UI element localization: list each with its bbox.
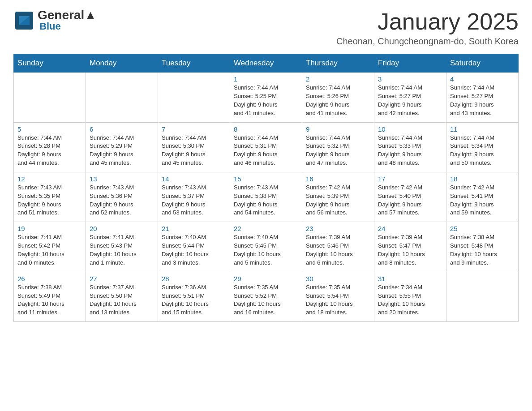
day-info: Sunrise: 7:40 AM Sunset: 5:45 PM Dayligh… <box>234 233 298 267</box>
day-number: 3 <box>378 75 442 83</box>
day-number: 23 <box>306 225 370 232</box>
day-number: 29 <box>234 275 298 283</box>
day-info: Sunrise: 7:35 AM Sunset: 5:54 PM Dayligh… <box>306 283 370 317</box>
day-info: Sunrise: 7:38 AM Sunset: 5:48 PM Dayligh… <box>450 233 515 267</box>
calendar-cell: 26Sunrise: 7:38 AM Sunset: 5:49 PM Dayli… <box>14 272 86 321</box>
day-info: Sunrise: 7:44 AM Sunset: 5:25 PM Dayligh… <box>234 84 298 117</box>
calendar-cell: 3Sunrise: 7:44 AM Sunset: 5:27 PM Daylig… <box>374 73 446 122</box>
day-number: 22 <box>234 225 298 232</box>
month-title: January 2025 <box>336 9 519 34</box>
logo: General▲ Blue <box>13 9 97 32</box>
day-info: Sunrise: 7:40 AM Sunset: 5:44 PM Dayligh… <box>162 233 226 267</box>
calendar-cell: 9Sunrise: 7:44 AM Sunset: 5:32 PM Daylig… <box>302 122 374 172</box>
day-info: Sunrise: 7:44 AM Sunset: 5:27 PM Dayligh… <box>378 84 442 117</box>
day-info: Sunrise: 7:43 AM Sunset: 5:36 PM Dayligh… <box>90 184 154 217</box>
calendar-cell: 11Sunrise: 7:44 AM Sunset: 5:34 PM Dayli… <box>446 122 519 172</box>
calendar-week-1: 1Sunrise: 7:44 AM Sunset: 5:25 PM Daylig… <box>14 73 519 122</box>
day-number: 5 <box>17 125 82 133</box>
calendar-cell: 18Sunrise: 7:42 AM Sunset: 5:41 PM Dayli… <box>446 172 519 222</box>
page-header: General▲ Blue January 2025 Cheonan, Chun… <box>13 9 519 47</box>
day-number: 13 <box>90 175 154 183</box>
day-info: Sunrise: 7:43 AM Sunset: 5:37 PM Dayligh… <box>162 184 226 217</box>
calendar-cell: 4Sunrise: 7:44 AM Sunset: 5:27 PM Daylig… <box>446 73 519 122</box>
day-number: 8 <box>234 125 298 133</box>
calendar-cell: 5Sunrise: 7:44 AM Sunset: 5:28 PM Daylig… <box>14 122 86 172</box>
location-subtitle: Cheonan, Chungcheongnam-do, South Korea <box>336 36 519 47</box>
calendar-cell <box>86 73 158 122</box>
day-info: Sunrise: 7:42 AM Sunset: 5:39 PM Dayligh… <box>306 184 370 217</box>
day-number: 21 <box>162 225 226 232</box>
day-number: 14 <box>162 175 226 183</box>
day-info: Sunrise: 7:44 AM Sunset: 5:31 PM Dayligh… <box>234 134 298 167</box>
day-info: Sunrise: 7:42 AM Sunset: 5:40 PM Dayligh… <box>378 184 442 217</box>
calendar-week-5: 26Sunrise: 7:38 AM Sunset: 5:49 PM Dayli… <box>14 272 519 321</box>
calendar-cell: 28Sunrise: 7:36 AM Sunset: 5:51 PM Dayli… <box>158 272 230 321</box>
calendar-cell: 27Sunrise: 7:37 AM Sunset: 5:50 PM Dayli… <box>86 272 158 321</box>
calendar-cell: 15Sunrise: 7:43 AM Sunset: 5:38 PM Dayli… <box>230 172 302 222</box>
day-info: Sunrise: 7:35 AM Sunset: 5:52 PM Dayligh… <box>234 283 298 317</box>
calendar-table: SundayMondayTuesdayWednesdayThursdayFrid… <box>13 54 519 322</box>
day-info: Sunrise: 7:42 AM Sunset: 5:41 PM Dayligh… <box>450 184 515 217</box>
day-info: Sunrise: 7:41 AM Sunset: 5:42 PM Dayligh… <box>17 233 82 267</box>
day-number: 7 <box>162 125 226 133</box>
day-info: Sunrise: 7:38 AM Sunset: 5:49 PM Dayligh… <box>17 283 82 317</box>
calendar-cell <box>446 272 519 321</box>
calendar-cell: 16Sunrise: 7:42 AM Sunset: 5:39 PM Dayli… <box>302 172 374 222</box>
day-number: 17 <box>378 175 442 183</box>
day-info: Sunrise: 7:44 AM Sunset: 5:27 PM Dayligh… <box>450 84 515 117</box>
day-number: 10 <box>378 125 442 133</box>
day-info: Sunrise: 7:36 AM Sunset: 5:51 PM Dayligh… <box>162 283 226 317</box>
calendar-cell: 20Sunrise: 7:41 AM Sunset: 5:43 PM Dayli… <box>86 222 158 272</box>
header-thursday: Thursday <box>302 54 374 73</box>
day-info: Sunrise: 7:43 AM Sunset: 5:38 PM Dayligh… <box>234 184 298 217</box>
day-number: 19 <box>17 225 82 232</box>
calendar-cell: 6Sunrise: 7:44 AM Sunset: 5:29 PM Daylig… <box>86 122 158 172</box>
day-info: Sunrise: 7:39 AM Sunset: 5:46 PM Dayligh… <box>306 233 370 267</box>
calendar-cell: 24Sunrise: 7:39 AM Sunset: 5:47 PM Dayli… <box>374 222 446 272</box>
calendar-cell: 17Sunrise: 7:42 AM Sunset: 5:40 PM Dayli… <box>374 172 446 222</box>
day-info: Sunrise: 7:44 AM Sunset: 5:33 PM Dayligh… <box>378 134 442 167</box>
day-info: Sunrise: 7:44 AM Sunset: 5:26 PM Dayligh… <box>306 84 370 117</box>
day-number: 16 <box>306 175 370 183</box>
day-info: Sunrise: 7:39 AM Sunset: 5:47 PM Dayligh… <box>378 233 442 267</box>
calendar-cell: 21Sunrise: 7:40 AM Sunset: 5:44 PM Dayli… <box>158 222 230 272</box>
header-friday: Friday <box>374 54 446 73</box>
day-number: 4 <box>450 75 515 83</box>
logo-text: General▲ <box>38 9 97 21</box>
calendar-cell <box>158 73 230 122</box>
day-number: 12 <box>17 175 82 183</box>
calendar-cell: 25Sunrise: 7:38 AM Sunset: 5:48 PM Dayli… <box>446 222 519 272</box>
day-number: 15 <box>234 175 298 183</box>
logo-icon <box>13 10 35 31</box>
day-number: 30 <box>306 275 370 283</box>
calendar-cell: 30Sunrise: 7:35 AM Sunset: 5:54 PM Dayli… <box>302 272 374 321</box>
calendar-cell: 14Sunrise: 7:43 AM Sunset: 5:37 PM Dayli… <box>158 172 230 222</box>
day-number: 26 <box>17 275 82 283</box>
day-number: 31 <box>378 275 442 283</box>
day-info: Sunrise: 7:41 AM Sunset: 5:43 PM Dayligh… <box>90 233 154 267</box>
calendar-header-row: SundayMondayTuesdayWednesdayThursdayFrid… <box>14 54 519 73</box>
day-number: 27 <box>90 275 154 283</box>
day-info: Sunrise: 7:44 AM Sunset: 5:29 PM Dayligh… <box>90 134 154 167</box>
calendar-cell: 29Sunrise: 7:35 AM Sunset: 5:52 PM Dayli… <box>230 272 302 321</box>
header-wednesday: Wednesday <box>230 54 302 73</box>
day-number: 20 <box>90 225 154 232</box>
header-saturday: Saturday <box>446 54 519 73</box>
header-monday: Monday <box>86 54 158 73</box>
calendar-week-4: 19Sunrise: 7:41 AM Sunset: 5:42 PM Dayli… <box>14 222 519 272</box>
day-number: 18 <box>450 175 515 183</box>
header-tuesday: Tuesday <box>158 54 230 73</box>
day-number: 24 <box>378 225 442 232</box>
day-info: Sunrise: 7:44 AM Sunset: 5:30 PM Dayligh… <box>162 134 226 167</box>
day-number: 6 <box>90 125 154 133</box>
day-info: Sunrise: 7:44 AM Sunset: 5:32 PM Dayligh… <box>306 134 370 167</box>
day-info: Sunrise: 7:44 AM Sunset: 5:28 PM Dayligh… <box>17 134 82 167</box>
calendar-cell: 23Sunrise: 7:39 AM Sunset: 5:46 PM Dayli… <box>302 222 374 272</box>
calendar-cell: 13Sunrise: 7:43 AM Sunset: 5:36 PM Dayli… <box>86 172 158 222</box>
day-number: 1 <box>234 75 298 83</box>
day-number: 28 <box>162 275 226 283</box>
calendar-cell <box>14 73 86 122</box>
day-info: Sunrise: 7:43 AM Sunset: 5:35 PM Dayligh… <box>17 184 82 217</box>
calendar-cell: 7Sunrise: 7:44 AM Sunset: 5:30 PM Daylig… <box>158 122 230 172</box>
day-number: 25 <box>450 225 515 232</box>
